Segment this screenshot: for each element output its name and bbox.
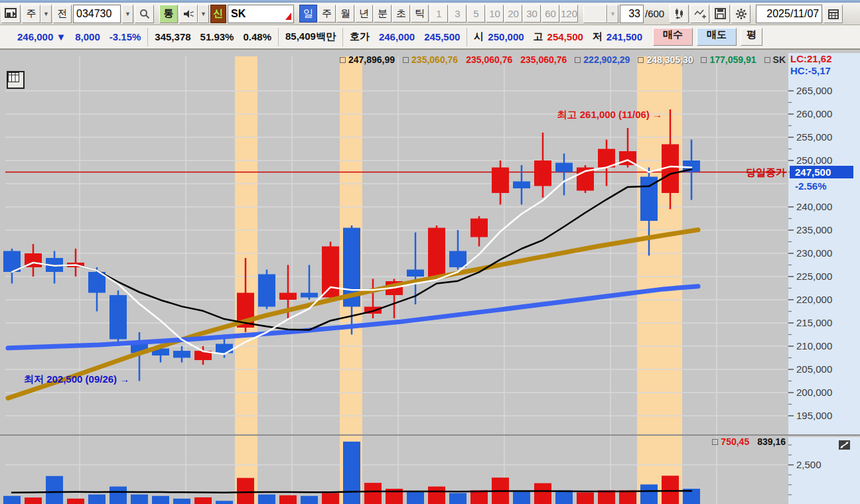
empty-combo-dropdown[interactable]: ▼ — [607, 5, 618, 23]
volume-legend: 750,45839,16 — [712, 436, 786, 447]
candle-body — [173, 351, 190, 358]
sound-combo: ▼ — [179, 5, 209, 23]
settings-button[interactable] — [731, 5, 751, 23]
bar-count-input[interactable] — [620, 8, 643, 20]
volume-bar — [343, 442, 360, 504]
minute-button-group: 13510203060120 — [430, 5, 578, 23]
date-value: 2025/11/07 — [766, 8, 819, 20]
speaker-icon — [183, 9, 194, 19]
legend-item: 235,060,76 — [466, 54, 512, 65]
volume-bar — [619, 490, 636, 504]
volume-bar — [470, 490, 488, 504]
candle-body — [555, 163, 573, 172]
sell-button[interactable]: 매도 — [697, 28, 737, 46]
minute-button-30[interactable]: 30 — [523, 5, 541, 23]
legend-value: 247,896,99 — [348, 54, 395, 65]
candle-tool-button[interactable] — [670, 5, 689, 23]
minute-button-60[interactable]: 60 — [541, 5, 559, 23]
volume-ratio: 51.93% — [200, 31, 234, 42]
bar-count-field — [620, 5, 644, 23]
chart-type-dropdown[interactable]: ▼ — [40, 5, 52, 23]
price-change: 8,000 — [75, 31, 100, 42]
volume-bar — [598, 490, 615, 504]
minute-button-10[interactable]: 10 — [486, 5, 504, 23]
new-chart-window-button[interactable] — [1, 5, 21, 23]
prev-stock-button[interactable]: 전 — [53, 5, 72, 23]
volume-bar — [3, 496, 21, 504]
candle-body — [470, 219, 488, 237]
axis-label: 250,000 — [796, 155, 832, 166]
channel-button[interactable]: 통 — [159, 5, 178, 23]
chevron-down-icon: ▼ — [125, 11, 131, 17]
ohl-group: 시 250,000 고 254,500 저 241,500 — [467, 28, 649, 46]
sound-button[interactable] — [179, 5, 198, 23]
volume-bar — [258, 495, 275, 504]
stock-code-dropdown[interactable]: ▼ — [122, 5, 133, 23]
avg-button[interactable]: 평 — [741, 28, 762, 46]
calendar-icon — [828, 9, 839, 19]
candle-body — [258, 275, 275, 307]
price-change-pct: -3.15% — [109, 31, 141, 42]
period-tab-주[interactable]: 주 — [318, 5, 336, 23]
period-tab-월[interactable]: 월 — [336, 5, 354, 23]
stock-name-field[interactable]: SK — [228, 5, 294, 23]
chevron-down-icon: ▼ — [43, 11, 49, 17]
hc-value: HC:-5,17 — [790, 65, 832, 77]
minute-button-20[interactable]: 20 — [504, 5, 522, 23]
legend-item: SK — [764, 54, 786, 65]
ask-price: 245,500 — [424, 31, 460, 42]
chart-type-button[interactable]: 주 — [22, 5, 40, 23]
volume-axis-label: 2,500 — [796, 459, 822, 470]
calendar-button[interactable] — [824, 5, 843, 23]
volume-group: 345,378 51.93% 0.48% — [148, 28, 279, 46]
bar-count-max-label: /600 — [645, 8, 664, 19]
legend-square-icon — [340, 57, 346, 63]
legend-square-icon — [638, 57, 644, 63]
chart-type-combo: 주 ▼ — [22, 5, 52, 23]
axis-label: 260,000 — [796, 108, 832, 119]
minute-button-120[interactable]: 120 — [560, 5, 578, 23]
minute-button-1[interactable]: 1 — [430, 5, 448, 23]
line-tool-button[interactable] — [690, 5, 709, 23]
period-tab-일[interactable]: 일 — [299, 5, 317, 23]
red-corner-marker-icon — [285, 13, 291, 20]
volume-bar — [662, 475, 679, 504]
legend-value: 248,305,30 — [646, 54, 693, 65]
minute-button-5[interactable]: 5 — [467, 5, 485, 23]
candle-body — [428, 228, 445, 277]
candle-body — [301, 293, 318, 298]
candle-body — [534, 160, 551, 186]
date-field[interactable]: 2025/11/07 — [756, 5, 822, 23]
period-tab-틱[interactable]: 틱 — [411, 5, 429, 23]
empty-combo-value[interactable] — [583, 5, 607, 23]
buy-button[interactable]: 매수 — [653, 28, 693, 46]
candle-tool-icon — [674, 8, 685, 20]
trade-value: 85,409백만 — [285, 31, 336, 43]
gear-icon — [735, 8, 747, 20]
volume-bar — [534, 483, 551, 504]
candle-body — [449, 251, 466, 268]
price-group: 246,000 ▼ 8,000 -3.15% — [0, 28, 148, 46]
stock-search-button[interactable] — [135, 5, 154, 23]
period-tab-년[interactable]: 년 — [355, 5, 373, 23]
stock-code-input[interactable] — [74, 8, 120, 20]
legend-square-icon — [712, 439, 718, 445]
save-button[interactable] — [711, 5, 730, 23]
low-price: 241,500 — [607, 31, 642, 42]
current-price-tag-value: 247,500 — [795, 166, 831, 178]
chart-region: 최고 261,000 (11/06) →최저 202,500 (09/26) →… — [0, 49, 860, 504]
volume-bar — [577, 493, 594, 504]
volume-bar — [25, 497, 42, 504]
chart-grid-button[interactable] — [7, 71, 25, 89]
minute-button-3[interactable]: 3 — [449, 5, 466, 23]
volume-bar — [109, 487, 127, 504]
candle-body — [322, 247, 339, 298]
signal-badge: 신 — [210, 5, 226, 23]
high-label: 고 — [534, 31, 543, 43]
axis-label: 220,000 — [796, 294, 832, 305]
volume-bar — [428, 487, 445, 504]
bid-label: 호가 — [350, 31, 370, 43]
period-tab-분[interactable]: 분 — [374, 5, 392, 23]
period-tab-초[interactable]: 초 — [392, 5, 410, 23]
sound-dropdown[interactable]: ▼ — [198, 5, 209, 23]
